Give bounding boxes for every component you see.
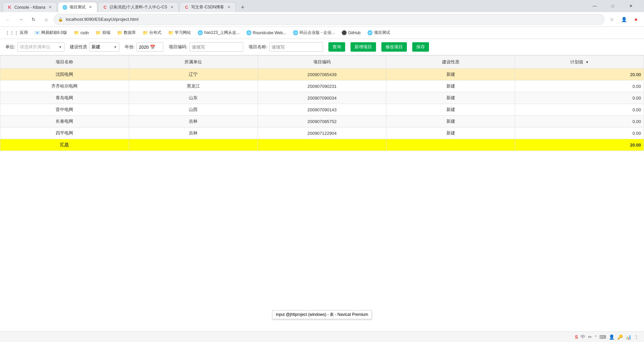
- unit-select-arrow: ▼: [59, 45, 62, 49]
- tab-kibana-close[interactable]: ✕: [47, 5, 53, 10]
- folder-learning-icon: 📁: [168, 30, 173, 35]
- row-unit: 吉林: [129, 127, 258, 139]
- bookmark-frontend[interactable]: 📁 前端: [93, 28, 113, 37]
- table-row[interactable]: 长春电网 吉林 200907085752 新建 0.00: [0, 116, 644, 127]
- bookmark-csdn[interactable]: 📁 csdn: [71, 29, 92, 37]
- address-text: localhost:9090/ESEasyUi/project.html: [66, 17, 139, 22]
- status-icon-chart: 📊: [626, 334, 631, 340]
- apps-grid-icon: ⋮⋮⋮: [5, 30, 18, 35]
- row-code: 200907090034: [258, 92, 386, 104]
- code-input[interactable]: [190, 42, 243, 52]
- table-header-row: 项目名称 所属单位 项目编码 建设性质 计划值 ▼: [0, 56, 644, 69]
- bookmark-distributed-label: 分布式: [149, 30, 161, 36]
- forward-button[interactable]: →: [15, 14, 26, 25]
- unit-label: 单位:: [5, 44, 15, 50]
- tab-project[interactable]: 🌐 项目测试 ✕: [58, 2, 97, 12]
- code-label: 项目编码:: [169, 44, 187, 50]
- table-row[interactable]: 齐齐哈尔电网 黑龙江 200907090231 新建 0.00: [0, 80, 644, 92]
- user-button[interactable]: 👤: [619, 14, 629, 25]
- tab-project-close[interactable]: ✕: [88, 5, 93, 10]
- add-project-button[interactable]: 新增项目: [351, 42, 376, 52]
- tab-csdn2-close[interactable]: ✕: [226, 5, 231, 10]
- data-table-container: 项目名称 所属单位 项目编码 建设性质 计划值 ▼: [0, 55, 644, 151]
- kibana-icon: K: [7, 5, 12, 10]
- folder-database-icon: 📁: [117, 30, 122, 35]
- bookmark-project-test-label: 项目测试: [374, 30, 390, 36]
- status-icon-pen: ✏: [588, 334, 592, 340]
- bookmark-gitee[interactable]: 🌐 码云企业版 - 企业...: [290, 28, 337, 37]
- status-icon-key: 🔑: [617, 334, 623, 340]
- query-button[interactable]: 查询: [328, 42, 345, 52]
- status-icon-s: S: [575, 334, 578, 340]
- home-button[interactable]: ⌂: [41, 14, 52, 25]
- row-name: 沈阳电网: [0, 69, 129, 80]
- edit-project-button[interactable]: 修改项目: [381, 42, 407, 52]
- star-button[interactable]: ☆: [606, 14, 617, 25]
- row-code: 200907090143: [258, 104, 386, 116]
- plan-cell: 0.00: [515, 104, 644, 116]
- plan-cell[interactable]: [515, 69, 644, 80]
- bookmark-apps[interactable]: ⋮⋮⋮ 应用: [3, 28, 31, 37]
- tab-csdn1-close[interactable]: ✕: [169, 5, 174, 10]
- row-unit: 黑龙江: [129, 80, 258, 92]
- row-name: 青岛电网: [0, 92, 129, 104]
- unit-field: 单位: 请选择所属单位 ▼: [5, 42, 64, 52]
- plan-input[interactable]: [518, 72, 641, 77]
- bookmark-project-test[interactable]: 🌐 项目测试: [365, 28, 393, 37]
- minimize-button[interactable]: —: [587, 1, 602, 11]
- table-row[interactable]: 青岛电网 山东 200907090034 新建 0.00: [0, 92, 644, 104]
- bookmark-distributed[interactable]: 📁 分布式: [140, 28, 164, 37]
- name-input[interactable]: [269, 42, 323, 52]
- row-name: 长春电网: [0, 116, 129, 127]
- toolbar: 单位: 请选择所属单位 ▼ 建设性质 新建 ▼ 年份: 2020 📅: [0, 39, 644, 55]
- bookmark-learning[interactable]: 📁 学习网站: [165, 28, 194, 37]
- row-unit: 山西: [129, 104, 258, 116]
- bookmark-email[interactable]: 📧 网易邮箱6.0版: [32, 28, 70, 37]
- row-unit: 山东: [129, 92, 258, 104]
- calendar-icon: 📅: [150, 45, 155, 50]
- table-row[interactable]: 四平电网 吉林 200907122904 新建 0.00: [0, 127, 644, 139]
- table-row[interactable]: 晋中电网 山西 200907090143 新建 0.00: [0, 104, 644, 116]
- row-code: 200907085752: [258, 116, 386, 127]
- row-code: 200907085439: [258, 69, 386, 80]
- row-unit: 吉林: [129, 116, 258, 127]
- status-icon-user: 👤: [609, 334, 614, 340]
- browser-window: K Console - Kibana ✕ 🌐 项目测试 ✕ C (2条消息)个人…: [0, 0, 644, 342]
- year-date-picker[interactable]: 2020 📅: [137, 42, 163, 52]
- tab-kibana[interactable]: K Console - Kibana ✕: [3, 2, 57, 12]
- bookmark-hao123[interactable]: 🌐 hao123_上网从这...: [195, 28, 242, 37]
- extension-button[interactable]: ●: [631, 14, 641, 25]
- hao123-icon: 🌐: [198, 30, 203, 35]
- bookmark-database-label: 数据库: [124, 30, 136, 36]
- bookmark-github[interactable]: ⚫ GitHub: [339, 29, 363, 37]
- back-button[interactable]: ←: [3, 14, 13, 25]
- lock-icon: 🔒: [58, 17, 63, 22]
- plan-cell: 0.00: [515, 127, 644, 139]
- unit-select[interactable]: 请选择所属单位 ▼: [17, 42, 64, 52]
- year-value: 2020: [139, 45, 149, 50]
- year-label: 年份:: [125, 44, 135, 50]
- refresh-button[interactable]: ↻: [28, 14, 39, 25]
- col-header-code: 项目编码: [258, 56, 386, 69]
- bookmark-roundcube[interactable]: 🌐 Roundcube Web...: [244, 29, 289, 37]
- table-row[interactable]: 沈阳电网 辽宁 200907085439 新建: [0, 69, 644, 80]
- bookmark-database[interactable]: 📁 数据库: [114, 28, 139, 37]
- row-unit: 辽宁: [129, 69, 258, 80]
- address-bar[interactable]: 🔒 localhost:9090/ESEasyUi/project.html: [54, 14, 604, 25]
- tab-csdn2[interactable]: C 写文章-CSDN博客 ✕: [179, 2, 236, 12]
- sort-plan-icon: ▼: [585, 60, 589, 64]
- summary-row: 汇总 20.00: [0, 139, 644, 151]
- tab-csdn1[interactable]: C (2条消息)个人资料-个人中心-CS ✕: [98, 2, 179, 12]
- construction-select[interactable]: 新建 ▼: [89, 42, 119, 52]
- csdn1-icon: C: [102, 5, 108, 10]
- save-button[interactable]: 保存: [412, 42, 429, 52]
- new-tab-button[interactable]: +: [238, 3, 247, 12]
- close-button[interactable]: ✕: [623, 1, 639, 11]
- row-type: 新建: [386, 127, 515, 139]
- row-type: 新建: [386, 92, 515, 104]
- bookmark-frontend-label: 前端: [102, 30, 110, 36]
- maximize-button[interactable]: □: [605, 1, 621, 11]
- status-tooltip: input @jhtlproject (windows) - 表 - Navic…: [272, 310, 372, 319]
- col-header-plan[interactable]: 计划值 ▼: [515, 56, 644, 69]
- row-type: 新建: [386, 80, 515, 92]
